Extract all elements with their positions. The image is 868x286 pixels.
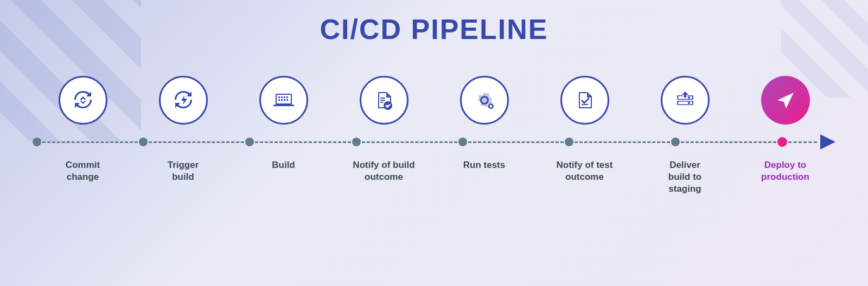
dot-1 bbox=[33, 138, 41, 146]
svg-point-26 bbox=[688, 96, 690, 99]
svg-rect-13 bbox=[380, 100, 385, 101]
dash-4 bbox=[362, 141, 457, 143]
deploy-production-icon-circle bbox=[761, 76, 810, 125]
svg-rect-9 bbox=[286, 96, 288, 98]
label-build: Build bbox=[233, 159, 334, 171]
notify-test-icon-circle bbox=[560, 76, 609, 125]
svg-rect-25 bbox=[678, 102, 692, 105]
dot-5 bbox=[458, 138, 467, 146]
step-commit-change bbox=[33, 76, 133, 125]
svg-rect-12 bbox=[380, 98, 385, 99]
notify-build-icon-circle bbox=[360, 76, 409, 125]
timeline-area: Commitchange Triggerbuild Build Notify o… bbox=[0, 76, 868, 195]
build-icon-circle bbox=[259, 76, 308, 125]
svg-rect-4 bbox=[278, 99, 280, 101]
labels-row: Commitchange Triggerbuild Build Notify o… bbox=[0, 159, 868, 195]
build-label: Build bbox=[272, 159, 295, 171]
dash-6 bbox=[575, 141, 670, 143]
svg-rect-3 bbox=[278, 96, 280, 98]
label-run-tests: Run tests bbox=[434, 159, 534, 171]
label-deliver-staging: Deliverbuild tostaging bbox=[635, 159, 735, 195]
timeline-line-row bbox=[0, 134, 868, 150]
dash-2 bbox=[149, 141, 244, 143]
label-notify-test: Notify of testoutcome bbox=[534, 159, 635, 183]
build-icon bbox=[271, 88, 296, 113]
label-commit-change: Commitchange bbox=[33, 159, 133, 183]
svg-rect-17 bbox=[490, 103, 492, 105]
trigger-build-icon-circle bbox=[159, 76, 208, 125]
label-deploy-production: Deploy toproduction bbox=[735, 159, 835, 183]
dash-1 bbox=[42, 141, 138, 143]
step-trigger-build bbox=[133, 76, 233, 125]
dash-3 bbox=[255, 141, 350, 143]
dot-8 bbox=[777, 137, 787, 147]
svg-point-27 bbox=[688, 102, 690, 104]
run-tests-label: Run tests bbox=[463, 159, 505, 171]
dash-5 bbox=[468, 141, 564, 143]
dot-3 bbox=[245, 138, 254, 146]
trigger-build-label: Triggerbuild bbox=[168, 159, 199, 183]
svg-point-16 bbox=[489, 105, 492, 108]
notify-test-icon bbox=[572, 88, 597, 113]
deliver-staging-label: Deliverbuild tostaging bbox=[668, 159, 701, 195]
run-tests-icon bbox=[472, 88, 497, 113]
svg-rect-5 bbox=[281, 96, 283, 98]
trigger-build-icon bbox=[171, 88, 196, 113]
svg-rect-10 bbox=[286, 99, 288, 101]
svg-rect-18 bbox=[490, 108, 492, 109]
timeline-arrow bbox=[820, 134, 835, 150]
svg-rect-20 bbox=[492, 106, 493, 107]
dash-8 bbox=[788, 141, 817, 143]
icons-row bbox=[0, 76, 868, 125]
svg-rect-21 bbox=[582, 104, 588, 105]
deploy-production-icon bbox=[773, 88, 798, 113]
svg-rect-6 bbox=[281, 99, 283, 101]
step-notify-test bbox=[534, 76, 635, 125]
dot-4 bbox=[352, 138, 361, 146]
step-build bbox=[233, 76, 334, 125]
deliver-staging-icon-circle bbox=[661, 76, 710, 125]
dot-6 bbox=[565, 138, 573, 146]
commit-change-icon-circle bbox=[59, 76, 107, 125]
step-deliver-staging bbox=[635, 76, 735, 125]
commit-change-icon bbox=[71, 88, 95, 113]
notify-test-label: Notify of testoutcome bbox=[557, 159, 613, 183]
step-deploy-production bbox=[735, 76, 835, 125]
svg-rect-19 bbox=[488, 106, 489, 107]
svg-rect-7 bbox=[284, 96, 285, 98]
page-title: CI/CD PIPELINE bbox=[0, 13, 868, 46]
label-notify-build: Notify of buildoutcome bbox=[334, 159, 434, 183]
commit-change-label: Commitchange bbox=[66, 159, 100, 183]
dot-2 bbox=[139, 138, 148, 146]
svg-rect-8 bbox=[284, 99, 285, 101]
step-run-tests bbox=[434, 76, 534, 125]
svg-rect-2 bbox=[273, 105, 294, 106]
deploy-production-label: Deploy toproduction bbox=[761, 159, 809, 183]
notify-build-icon bbox=[372, 88, 397, 113]
svg-rect-14 bbox=[380, 102, 384, 103]
step-notify-build bbox=[334, 76, 434, 125]
run-tests-icon-circle bbox=[460, 76, 509, 125]
label-trigger-build: Triggerbuild bbox=[133, 159, 233, 183]
deliver-staging-icon bbox=[673, 88, 698, 113]
dot-7 bbox=[671, 138, 680, 146]
notify-build-label: Notify of buildoutcome bbox=[353, 159, 414, 183]
dash-7 bbox=[681, 141, 776, 143]
